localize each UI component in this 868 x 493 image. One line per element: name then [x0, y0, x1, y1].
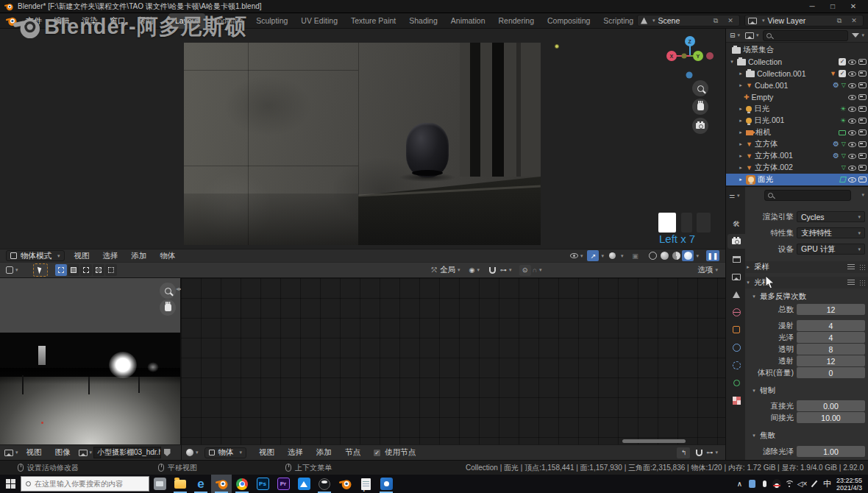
menu-window[interactable]: 窗口	[104, 15, 132, 26]
shader-node-editor-canvas[interactable]	[181, 278, 725, 444]
hide-viewport-toggle[interactable]	[848, 95, 856, 100]
tray-expand-icon[interactable]: ∧	[733, 475, 746, 493]
hide-viewport-toggle[interactable]	[848, 83, 856, 88]
outliner-row-cube-002[interactable]: ▸▼ 立方体.002 ▽	[726, 162, 868, 174]
viewport-menu-select[interactable]: 选择	[96, 251, 125, 261]
new-scene-button[interactable]: ⧉	[710, 15, 722, 26]
scene-selector[interactable]: ▾ Scene ⧉ ✕	[637, 15, 740, 26]
disable-render-toggle[interactable]	[858, 153, 867, 159]
select-intersect-button[interactable]	[105, 264, 117, 276]
workspace-tab-texturepaint[interactable]: Texture Paint	[344, 13, 402, 29]
close-button[interactable]: ✕	[843, 0, 864, 13]
file-explorer-icon[interactable]	[170, 475, 191, 493]
disable-render-toggle[interactable]	[858, 59, 867, 65]
menu-help[interactable]: 帮助	[132, 15, 160, 26]
outliner-row-camera[interactable]: ▸ 相机	[726, 127, 868, 138]
pause-render-button[interactable]: ❚❚	[706, 250, 719, 261]
view-layer-selector[interactable]: ▾ View Layer ⧉ ✕	[744, 15, 864, 26]
viewport-menu-object[interactable]: 物体	[154, 251, 182, 261]
editor-type-button[interactable]: ▾	[4, 265, 20, 276]
orientation-dropdown[interactable]: 全局	[440, 265, 455, 275]
outliner-search[interactable]	[763, 30, 849, 41]
shading-wireframe-button[interactable]	[647, 250, 658, 261]
axis-gizmo[interactable]: Z X Y	[662, 35, 719, 79]
bounce-transmission-slider[interactable]: 12	[797, 355, 865, 366]
zoom-view-button[interactable]	[692, 80, 708, 96]
hide-viewport-toggle[interactable]	[848, 107, 856, 112]
photoshop-icon[interactable]: Ps	[252, 475, 273, 493]
disable-render-toggle[interactable]	[858, 106, 867, 112]
go-parent-node-button[interactable]: ↰	[677, 447, 690, 458]
hide-viewport-toggle[interactable]	[848, 177, 856, 182]
ime-indicator[interactable]: 中	[821, 475, 833, 493]
blender-active-icon[interactable]	[211, 475, 232, 493]
pen-icon[interactable]	[808, 475, 821, 493]
disable-render-toggle[interactable]	[858, 130, 867, 135]
shading-material-button[interactable]	[670, 250, 682, 261]
disable-render-toggle[interactable]	[858, 94, 867, 100]
tab-world[interactable]	[728, 305, 745, 319]
hide-viewport-toggle[interactable]	[848, 166, 856, 171]
tab-render[interactable]	[728, 234, 745, 249]
node-editor-type-button[interactable]: ▾	[185, 447, 200, 458]
collection-checkbox[interactable]: ✓	[839, 58, 846, 65]
viewport-menu-add[interactable]: 添加	[125, 251, 154, 261]
fake-user-toggle[interactable]	[161, 447, 173, 458]
hide-viewport-toggle[interactable]	[848, 142, 856, 147]
tab-view-layer[interactable]	[728, 269, 745, 284]
drag-grip-icon[interactable]	[859, 280, 866, 285]
workspace-tab-rendering[interactable]: Rendering	[492, 13, 541, 29]
active-tool-tweak[interactable]	[33, 263, 48, 277]
menu-file[interactable]: 文件	[20, 15, 48, 26]
viewport-menu-view[interactable]: 视图	[68, 251, 96, 261]
workspace-tab-scripting[interactable]: Scripting	[597, 13, 640, 29]
tab-object[interactable]	[728, 322, 745, 337]
workspace-tab-uvediting[interactable]: UV Editing	[294, 13, 344, 29]
bounce-diffuse-slider[interactable]: 4	[797, 320, 865, 331]
start-button[interactable]	[0, 475, 21, 493]
viewport-canvas[interactable]	[0, 29, 725, 249]
new-view-layer-button[interactable]: ⧉	[833, 15, 845, 26]
image-menu-view[interactable]: 视图	[20, 447, 49, 458]
notepad-icon[interactable]: .	[355, 475, 376, 493]
proportional-edit-toggle[interactable]: ⊙	[519, 265, 531, 276]
obs-icon[interactable]	[314, 475, 335, 493]
hide-viewport-toggle[interactable]	[848, 118, 856, 124]
gizmos-toggle[interactable]: ↗	[587, 250, 599, 261]
taskbar-search-input[interactable]	[35, 480, 144, 488]
workspace-tab-shading[interactable]: Shading	[402, 13, 444, 29]
microphone-icon[interactable]	[758, 475, 771, 493]
tab-tool[interactable]: 🛠︎	[728, 216, 745, 231]
usb-icon[interactable]	[746, 475, 758, 493]
collection-checkbox[interactable]: ✓	[839, 70, 846, 77]
falloff-dropdown[interactable]: ∩▾	[531, 265, 544, 276]
blender-menu-icon[interactable]	[6, 15, 17, 26]
workspace-tab-modeling[interactable]: Modeling	[205, 13, 250, 29]
outliner-filter-dropdown[interactable]: ▾	[850, 30, 866, 41]
workspace-tab-layout[interactable]: Layout	[168, 13, 205, 29]
menu-render[interactable]: 渲染	[76, 15, 104, 26]
image-editor-type-button[interactable]: ▾	[3, 447, 20, 458]
hide-viewport-toggle[interactable]	[848, 154, 856, 159]
photos-icon[interactable]	[376, 475, 396, 493]
outliner-row-cube-001[interactable]: ▸▼ 立方体.001 ⚙▽	[726, 150, 868, 162]
sun-lamp-gizmo[interactable]	[555, 44, 559, 49]
subsection-clamping[interactable]: ▾钳制	[745, 385, 868, 397]
select-new-button[interactable]	[55, 264, 67, 276]
properties-options-dropdown[interactable]: ▾	[861, 192, 864, 198]
outliner-filter-image-dropdown[interactable]: ▾	[744, 30, 761, 41]
bounce-total-slider[interactable]: 12	[797, 304, 865, 315]
preset-menu-icon[interactable]	[847, 264, 855, 270]
drag-grip-icon[interactable]	[859, 264, 866, 270]
workspace-tab-animation[interactable]: Animation	[444, 13, 492, 29]
node-menu-add[interactable]: 添加	[310, 447, 338, 458]
image-menu-image[interactable]: 图像	[49, 447, 77, 458]
filter-glossy-slider[interactable]: 1.00	[797, 446, 865, 457]
image-name[interactable]: 小型摄影棚03_hdr.h...	[93, 447, 161, 458]
object-visibility-dropdown[interactable]: ▾	[569, 250, 585, 261]
shader-type-dropdown[interactable]: 物体 ▾	[204, 447, 247, 458]
disable-render-toggle[interactable]	[858, 165, 867, 171]
mode-dropdown[interactable]: 物体模式 ▾	[6, 250, 65, 261]
disable-render-toggle[interactable]	[858, 141, 867, 147]
disable-render-toggle[interactable]	[858, 118, 867, 124]
